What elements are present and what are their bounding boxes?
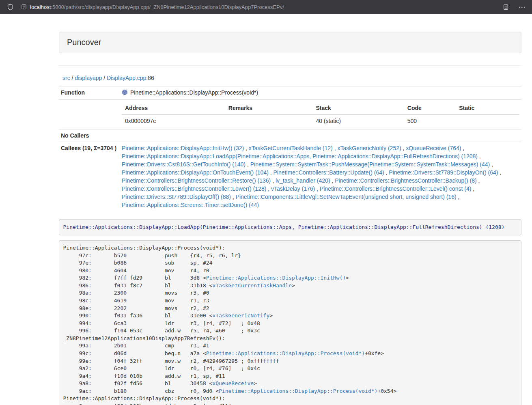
symbol-link[interactable]: xTaskGenericNotify — [212, 312, 269, 319]
function-name-cell: Pinetime::Applications::DisplayApp::Proc… — [120, 86, 521, 100]
main-content: Puncover src / displayapp / DisplayApp.c… — [59, 14, 521, 405]
symbol-table: Function Pinetime::Applications::Display… — [59, 86, 521, 211]
details-cell: Address Remarks Stack Code Static 0x0000… — [120, 100, 521, 129]
breadcrumb-line-number: :86 — [146, 75, 154, 81]
callee-link[interactable]: Pinetime::Controllers::BrightnessControl… — [335, 177, 476, 184]
callee-link[interactable]: Pinetime::Controllers::BrightnessControl… — [320, 185, 471, 192]
no-callers-label: No Callers — [59, 129, 120, 142]
callees-label: Callees (19, Σ=3704 ) — [59, 142, 120, 211]
callee-link[interactable]: lv_task_handler (420) — [276, 177, 330, 184]
details-table: Address Remarks Stack Code Static 0x0000… — [122, 102, 519, 127]
symbol-link[interactable]: xQueueReceive — [212, 380, 254, 386]
callee-link[interactable]: Pinetime::Drivers::Cst816S::GetTouchInfo… — [122, 161, 246, 168]
callees-list: Pinetime::Applications::DisplayApp::Init… — [122, 145, 501, 208]
callees-row: Callees (19, Σ=3704 ) Pinetime::Applicat… — [59, 142, 521, 211]
reader-mode-icon[interactable] — [500, 2, 511, 12]
code-value: 500 — [404, 114, 456, 127]
page-icon — [21, 4, 27, 10]
callees-cell: Pinetime::Applications::DisplayApp::Init… — [120, 142, 521, 211]
breadcrumb-src[interactable]: src — [62, 75, 70, 81]
callee-link[interactable]: Pinetime::Applications::DisplayApp::Init… — [122, 145, 244, 151]
breadcrumb-displayapp[interactable]: displayapp — [75, 75, 102, 81]
callee-link[interactable]: Pinetime::Components::LittleVgl::SetNewT… — [236, 194, 457, 200]
column-code: Code — [404, 102, 456, 114]
shield-icon[interactable] — [5, 2, 15, 12]
remarks-value — [225, 114, 313, 127]
callee-link[interactable]: xQueueReceive (764) — [406, 145, 461, 151]
callee-link[interactable]: Pinetime::Controllers::BrightnessControl… — [122, 177, 271, 184]
stack-value: 40 (static) — [312, 114, 404, 127]
url-bar[interactable]: localhost:5000/path/src/displayapp/Displ… — [21, 4, 500, 10]
details-row: Address Remarks Stack Code Static 0x0000… — [59, 100, 521, 129]
details-row-label — [59, 100, 120, 129]
divider — [59, 65, 521, 66]
function-name: Pinetime::Applications::DisplayApp::Proc… — [130, 89, 258, 96]
browser-chrome: localhost:5000/path/src/displayapp/Displ… — [0, 0, 532, 14]
callee-link[interactable]: Pinetime::System::SystemTask::PushMessag… — [250, 161, 490, 168]
callee-link[interactable]: vTaskDelay (176) — [271, 185, 315, 192]
symbol-link[interactable]: Pinetime::Applications::DisplayApp::Proc… — [206, 350, 365, 356]
highlighted-symbol: Pinetime::Applications::DisplayApp::Load… — [59, 219, 521, 235]
no-callers-row: No Callers — [59, 129, 521, 142]
highlighted-symbol-link[interactable]: Pinetime::Applications::DisplayApp::Load… — [63, 224, 505, 230]
column-remarks: Remarks — [225, 102, 313, 114]
function-icon — [122, 89, 128, 97]
callee-link[interactable]: Pinetime::Applications::DisplayApp::OnTo… — [122, 169, 269, 176]
callee-link[interactable]: Pinetime::Controllers::Battery::Update()… — [274, 169, 384, 176]
callee-link[interactable]: Pinetime::Applications::Screens::Timer::… — [122, 202, 259, 208]
callee-link[interactable]: Pinetime::Applications::DisplayApp::Load… — [122, 153, 478, 159]
function-row: Function Pinetime::Applications::Display… — [59, 86, 521, 100]
breadcrumb-separator: / — [70, 75, 75, 81]
symbol-link[interactable]: Pinetime::Applications::DisplayApp::Proc… — [219, 388, 377, 394]
menu-icon[interactable]: ⋯ — [517, 2, 527, 12]
app-header: Puncover — [59, 32, 521, 53]
column-address: Address — [122, 102, 225, 114]
details-value-row: 0x0000097c 40 (static) 500 — [122, 114, 519, 127]
disassembly: Pinetime::Applications::DisplayApp::Proc… — [59, 240, 521, 405]
static-value — [456, 114, 519, 127]
details-header-row: Address Remarks Stack Code Static — [122, 102, 519, 114]
symbol-link[interactable]: Pinetime::Applications::DisplayApp::Init… — [206, 275, 346, 281]
no-callers-cell — [120, 129, 521, 142]
column-static: Static — [456, 102, 519, 114]
page-title: Puncover — [67, 38, 101, 47]
address-value: 0x0000097c — [122, 114, 225, 127]
breadcrumb: src / displayapp / DisplayApp.cpp:86 — [62, 74, 521, 82]
column-stack: Stack — [312, 102, 404, 114]
callee-link[interactable]: xTaskGetCurrentTaskHandle (12) — [249, 145, 333, 151]
url-path: :5000/path/src/displayapp/DisplayApp.cpp… — [51, 4, 284, 10]
callee-link[interactable]: Pinetime::Drivers::St7789::DisplayOn() (… — [389, 169, 498, 176]
breadcrumb-separator: / — [102, 75, 107, 81]
url-host: localhost — [30, 4, 51, 10]
breadcrumb-file[interactable]: DisplayApp.cpp — [107, 75, 146, 81]
callee-link[interactable]: Pinetime::Controllers::BrightnessControl… — [122, 185, 266, 192]
symbol-link[interactable]: xTaskGetCurrentTaskHandle — [212, 282, 292, 289]
function-label: Function — [59, 86, 120, 100]
callee-link[interactable]: xTaskGenericNotify (252) — [337, 145, 401, 151]
callee-link[interactable]: Pinetime::Drivers::St7789::DisplayOff() … — [122, 194, 231, 200]
